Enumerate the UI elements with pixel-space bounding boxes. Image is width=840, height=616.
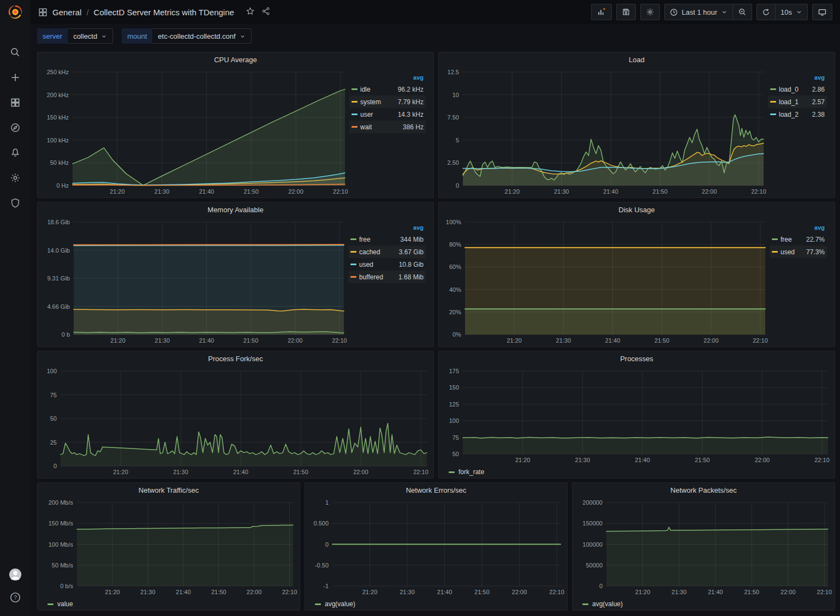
dashboard-settings-button[interactable] [641, 4, 659, 20]
legend-item-avg(value)[interactable]: avg(value) [315, 600, 355, 608]
series-color-dash [352, 88, 358, 90]
main-area: General / CollectD Server Metrics with T… [31, 0, 840, 616]
grafana-logo[interactable] [0, 0, 31, 24]
legend-series-label[interactable]: wait [360, 123, 403, 131]
panel-title-load[interactable]: Load [439, 52, 835, 67]
legend-header-avg[interactable]: avg [349, 73, 426, 83]
y-tick-label: 0 Hz [56, 182, 69, 189]
x-tick-label: 21:30 [671, 589, 687, 595]
y-tick-label: 0 [325, 541, 329, 548]
chart-network-traffic-sec[interactable]: 21:2021:3021:4021:5022:0022:100 b/s50 Mb… [40, 497, 297, 597]
panel-title-network-packets-sec[interactable]: Network Packets/sec [573, 483, 835, 497]
x-tick-label: 21:40 [199, 337, 215, 344]
legend-header-avg[interactable]: avg [768, 73, 827, 83]
legend-load: avgload_02.86load_12.57load_22.38 [768, 67, 832, 196]
x-tick-label: 21:40 [605, 337, 621, 344]
legend-header-avg[interactable]: avg [770, 223, 827, 233]
favorite-star-icon[interactable] [246, 7, 255, 18]
legend-header-avg[interactable]: avg [348, 223, 426, 233]
legend-series-value: 344 Mib [400, 236, 424, 243]
legend-item-system: system7.79 kHz [349, 95, 426, 108]
legend-series-label[interactable]: system [360, 98, 398, 106]
chart-memory-available[interactable]: 21:2021:3021:4021:5022:0022:100 b4.66 Gi… [40, 217, 348, 345]
save-dashboard-button[interactable] [617, 4, 635, 20]
panel-title-network-traffic-sec[interactable]: Network Traffic/sec [38, 483, 300, 497]
kiosk-mode-button[interactable] [813, 4, 832, 20]
panel-title-disk-usage[interactable]: Disk Usage [439, 202, 835, 217]
chart-process-fork-sec[interactable]: 21:2021:3021:4021:5022:0022:100255075100 [40, 366, 431, 477]
y-tick-label: 200 Mb/s [49, 499, 74, 506]
legend-series-label[interactable]: buffered [359, 273, 398, 281]
y-tick-label: 50 [452, 451, 459, 457]
legend-series-label[interactable]: cached [359, 248, 399, 256]
chart-network-errors-sec[interactable]: 21:2021:3021:4021:5022:0022:10-1-0.5000.… [307, 497, 565, 597]
panel-title-process-fork-sec[interactable]: Process Fork/sec [38, 351, 433, 366]
panel-title-network-errors-sec[interactable]: Network Errors/sec [305, 483, 567, 497]
legend-series-label[interactable]: user [360, 111, 398, 118]
legend-series-label[interactable]: load_1 [779, 98, 812, 106]
x-tick-label: 21:20 [113, 469, 128, 475]
create-icon[interactable] [9, 71, 22, 84]
x-tick-label: 22:00 [755, 457, 770, 463]
avatar[interactable] [9, 568, 22, 581]
search-icon[interactable] [9, 46, 22, 59]
dashboard-title: CollectD Server Metrics with TDengine [94, 8, 234, 17]
chart-load[interactable]: 21:2021:3021:4021:5022:0022:1002.5057.50… [441, 67, 768, 196]
refresh-interval-picker[interactable]: 10s [775, 4, 807, 20]
zoom-out-time-button[interactable] [732, 4, 752, 20]
dashboards-icon[interactable] [9, 96, 22, 109]
add-panel-button[interactable] [592, 4, 611, 20]
series-line-used [74, 246, 344, 246]
legend-item-avg(value)[interactable]: avg(value) [582, 600, 623, 608]
legend-item-used: used10.8 Gib [348, 258, 426, 271]
server-admin-icon[interactable] [9, 196, 22, 210]
legend-series-label[interactable]: load_2 [779, 111, 812, 118]
legend-series-label[interactable]: free [359, 236, 400, 243]
legend-series-value: 22.7% [806, 236, 825, 243]
variable-server-value[interactable]: collectd [68, 28, 113, 44]
refresh-button[interactable] [757, 4, 775, 20]
legend-memory-available: avgfree344 Mibcached3.67 Gibused10.8 Gib… [348, 217, 431, 345]
x-tick-label: 21:30 [556, 337, 571, 344]
time-range-picker[interactable]: Last 1 hour [665, 4, 732, 20]
y-tick-label: 25 [50, 439, 57, 446]
legend-series-value: 7.79 kHz [398, 98, 424, 106]
x-tick-label: 21:20 [362, 589, 378, 595]
legend-item-free: free344 Mib [348, 233, 426, 246]
legend-item-load_2: load_22.38 [768, 108, 827, 121]
legend-item-cached: cached3.67 Gib [348, 246, 426, 258]
x-tick-label: 21:20 [505, 188, 520, 195]
y-tick-label: 20% [449, 309, 461, 315]
legend-item-value[interactable]: value [47, 600, 73, 608]
chart-cpu-average[interactable]: 21:2021:3021:4021:5022:0022:100 Hz50 kHz… [40, 67, 349, 196]
legend-item-load_1: load_12.57 [768, 95, 827, 108]
legend-series-label[interactable]: idle [360, 86, 398, 93]
panel-load: Load21:2021:3021:4021:5022:0022:1002.505… [438, 52, 835, 198]
share-icon[interactable] [261, 7, 271, 18]
legend-item-fork_rate[interactable]: fork_rate [449, 468, 484, 476]
panel-title-memory-available[interactable]: Memory Available [38, 202, 433, 217]
legend-series-label[interactable]: load_0 [779, 86, 812, 93]
configuration-icon[interactable] [9, 171, 22, 184]
x-tick-label: 21:30 [140, 589, 156, 595]
legend-series-label[interactable]: free [781, 236, 806, 243]
breadcrumb-section[interactable]: General [52, 8, 81, 17]
explore-icon[interactable] [9, 121, 22, 134]
variable-mount-value[interactable]: etc-collectd-collectd.conf [152, 28, 251, 44]
variable-server: server collectd [37, 28, 113, 44]
panel-title-cpu-average[interactable]: CPU Average [38, 52, 433, 67]
x-tick-label: 22:10 [817, 589, 832, 595]
chart-disk-usage[interactable]: 21:2021:3021:4021:5022:0022:100%20%40%60… [441, 217, 770, 345]
help-icon[interactable]: ? [9, 591, 22, 604]
legend-series-label[interactable]: used [359, 261, 399, 268]
x-tick-label: 22:10 [549, 589, 564, 595]
variable-server-label: server [37, 28, 68, 44]
panel-title-processes[interactable]: Processes [439, 351, 835, 366]
series-color-dash [352, 113, 358, 115]
legend-series-label[interactable]: used [781, 248, 806, 256]
clock-icon [670, 8, 678, 16]
alerting-icon[interactable] [9, 146, 22, 159]
chart-network-packets-sec[interactable]: 21:2021:3021:4021:5022:0022:100500001000… [575, 497, 832, 597]
chart-processes[interactable]: 21:2021:3021:4021:5022:0022:105075100125… [441, 366, 832, 465]
y-tick-label: 150 kHz [47, 114, 69, 121]
